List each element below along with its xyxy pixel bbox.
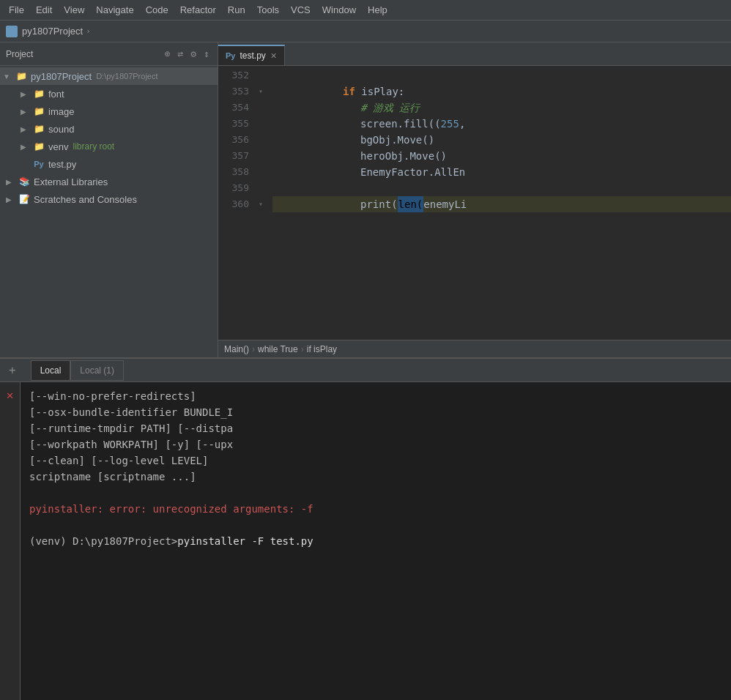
code-editor[interactable]: Py test.py ✕ 352 353 354 355 356 357 358… [218, 42, 731, 357]
terminal-header: + Local Local (1) [0, 359, 731, 382]
menu-file[interactable]: File [3, 3, 30, 17]
sidebar-sync-icon[interactable]: ⊕ [163, 47, 173, 61]
tree-arrow-sound: ▶ [21, 125, 32, 133]
sidebar-collapse-icon[interactable]: ↕ [201, 47, 212, 61]
tree-item-image[interactable]: ▶ 📁 image [0, 103, 218, 120]
scratch-icon: 📝 [18, 193, 31, 205]
tab-bar: Py test.py ✕ [218, 42, 731, 66]
tree-item-font[interactable]: ▶ 📁 font [0, 85, 218, 103]
term-line-2: [--osx-bundle-identifier BUNDLE_I [29, 404, 722, 420]
fold-marker-357 [255, 148, 267, 164]
sidebar-header-title: Project [6, 49, 163, 59]
editor-area: Project ⊕ ⇄ ⚙ ↕ ▼ 📁 py1807Project D:\py1… [0, 42, 731, 357]
menu-help[interactable]: Help [362, 3, 393, 17]
code-line-359 [272, 180, 731, 196]
tree-item-external-libs[interactable]: ▶ 📚 External Libraries [0, 173, 218, 190]
tree-item-testpy[interactable]: Py test.py [0, 155, 218, 173]
fold-marker-353: ▾ [255, 83, 267, 100]
sidebar-settings-icon[interactable]: ⚙ [188, 47, 198, 61]
tree-item-scratches[interactable]: ▶ 📝 Scratches and Consoles [0, 190, 218, 208]
tree-label-root: py1807Project [31, 71, 92, 82]
folder-icon-font: 📁 [32, 88, 45, 100]
project-icon [6, 26, 18, 37]
sidebar-transfer-icon[interactable]: ⇄ [176, 47, 186, 61]
fold-marker-355 [255, 116, 267, 132]
tree-path-root: D:\py1807Project [96, 72, 157, 81]
breadcrumb-sep-1: › [252, 344, 255, 354]
menu-bar: File Edit View Navigate Code Refactor Ru… [0, 0, 731, 21]
menu-window[interactable]: Window [316, 3, 362, 17]
fold-gutter: ▾ ▾ [255, 66, 267, 340]
menu-code[interactable]: Code [140, 3, 174, 17]
breadcrumb-sep-2: › [301, 344, 304, 354]
term-line-6: scriptname [scriptname ...] [29, 469, 722, 485]
menu-view[interactable]: View [58, 3, 90, 17]
print-highlight: len( [398, 196, 424, 212]
comment-zh: # 游戏 运行 [360, 100, 420, 116]
code-lines[interactable]: if isPlay: # 游戏 运行 screen.fill((255, bgO… [267, 66, 731, 340]
term-line-1: [--win-no-prefer-redirects] [29, 388, 722, 404]
comma-355: , [459, 116, 465, 132]
menu-refactor[interactable]: Refactor [174, 3, 222, 17]
project-title: py1807Project [22, 26, 83, 37]
sidebar-header: Project ⊕ ⇄ ⚙ ↕ [0, 42, 218, 66]
sidebar-header-icons: ⊕ ⇄ ⚙ ↕ [163, 47, 212, 61]
code-line-358: EnemyFactor.AllEn [272, 164, 731, 180]
kw-if: if [343, 83, 355, 100]
term-cmd: pyinstaller -F test.py [177, 535, 313, 547]
tree-label-scratches: Scratches and Consoles [34, 194, 137, 205]
tab-testpy[interactable]: Py test.py ✕ [218, 45, 285, 65]
heroobj-move: heroObj.Move() [360, 148, 447, 164]
terminal-add-button[interactable]: + [6, 362, 19, 379]
tab-testpy-label: test.py [240, 51, 265, 61]
term-line-4: [--workpath WORKPATH] [-y] [--upx [29, 436, 722, 453]
tree-item-sound[interactable]: ▶ 📁 sound [0, 120, 218, 138]
menu-run[interactable]: Run [222, 3, 251, 17]
breadcrumb-if[interactable]: if isPlay [307, 344, 337, 354]
menu-navigate[interactable]: Navigate [90, 3, 139, 17]
tree-arrow-ext: ▶ [6, 178, 18, 186]
py-icon-testpy: Py [32, 158, 45, 170]
tree-label-image: image [48, 106, 74, 117]
sidebar: Project ⊕ ⇄ ⚙ ↕ ▼ 📁 py1807Project D:\py1… [0, 42, 218, 357]
term-line-3: [--runtime-tmpdir PATH] [--distpa [29, 420, 722, 436]
tab-py-icon: Py [226, 51, 235, 60]
tree-item-venv[interactable]: ▶ 📁 venv library root [0, 138, 218, 155]
enemyli: enemyLi [423, 196, 467, 212]
fold-marker-356 [255, 132, 267, 148]
terminal-tab-local-1[interactable]: Local (1) [70, 360, 124, 381]
menu-tools[interactable]: Tools [251, 3, 285, 17]
term-line-error: pyinstaller: error: unrecognized argumen… [29, 501, 722, 517]
menu-edit[interactable]: Edit [30, 3, 58, 17]
fold-marker-352 [255, 67, 267, 83]
folder-icon-venv: 📁 [32, 141, 45, 152]
code-line-354: # 游戏 运行 [272, 100, 731, 116]
tree-label-testpy: test.py [48, 159, 76, 170]
tree-arrow-venv: ▶ [21, 143, 32, 151]
lib-icon-ext: 📚 [18, 176, 31, 187]
menu-vcs[interactable]: VCS [285, 3, 316, 17]
terminal-output[interactable]: [--win-no-prefer-redirects] [--osx-bundl… [21, 382, 731, 700]
line-numbers: 352 353 354 355 356 357 358 359 360 [218, 66, 255, 340]
tree-item-root[interactable]: ▼ 📁 py1807Project D:\py1807Project [0, 67, 218, 85]
tree-label-sound: sound [48, 124, 74, 135]
bgobj-move: bgObj.Move() [360, 132, 434, 148]
main-layout: Project ⊕ ⇄ ⚙ ↕ ▼ 📁 py1807Project D:\py1… [0, 42, 731, 700]
breadcrumb: Main() › while True › if isPlay [218, 340, 731, 357]
tree-arrow-image: ▶ [21, 108, 32, 116]
breadcrumb-while[interactable]: while True [258, 344, 298, 354]
tree-label-venv: venv [48, 141, 68, 152]
tree-label-venv-extra: library root [73, 141, 114, 152]
code-content[interactable]: 352 353 354 355 356 357 358 359 360 ▾ [218, 66, 731, 340]
plain-isplay: isPlay: [355, 83, 404, 100]
code-line-357: heroObj.Move() [272, 148, 731, 164]
term-line-prompt: (venv) D:\py1807Project>pyinstaller -F t… [29, 533, 722, 549]
terminal-sidebar-strip: ✕ [0, 382, 21, 700]
tab-close-icon[interactable]: ✕ [270, 51, 277, 61]
terminal-tab-local[interactable]: Local [31, 360, 71, 381]
terminal-close-button[interactable]: ✕ [7, 388, 14, 402]
term-line-9 [29, 517, 722, 533]
folder-icon-sound: 📁 [32, 123, 45, 135]
terminal-content[interactable]: ✕ [--win-no-prefer-redirects] [--osx-bun… [0, 382, 731, 700]
breadcrumb-main[interactable]: Main() [224, 344, 249, 354]
